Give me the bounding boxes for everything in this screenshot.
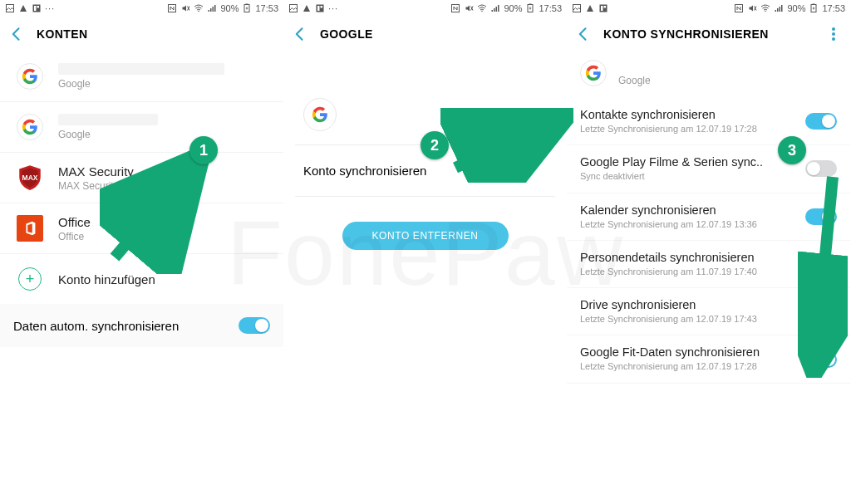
remove-account-button[interactable]: KONTO ENTFERNEN bbox=[342, 222, 509, 250]
sync-item-sub: Letzte Synchronisierung am 12.07.19 13:3… bbox=[580, 218, 799, 230]
phone-screen-3: 90% 17:53 KONTO SYNCHRONISIEREN Google K… bbox=[567, 0, 850, 504]
tutorial-canvas: FonePaw ··· 90% 17:53 KONTEN bbox=[0, 0, 851, 504]
plus-icon: + bbox=[18, 267, 42, 291]
sync-item[interactable]: Google Fit-Daten synchronisierenLetzte S… bbox=[567, 335, 850, 383]
nfc-icon bbox=[450, 3, 460, 13]
flipboard-icon bbox=[315, 3, 325, 13]
google-icon bbox=[17, 114, 43, 140]
account-provider-label: Google bbox=[58, 129, 270, 140]
signal-icon bbox=[774, 3, 784, 13]
svg-rect-25 bbox=[496, 7, 498, 12]
sync-item-sub: Letzte Synchronisierung am 12.07.19 17:2… bbox=[580, 123, 799, 135]
status-bar: ··· 90% 17:53 bbox=[0, 0, 283, 17]
auto-sync-toggle[interactable] bbox=[239, 317, 270, 334]
status-bar: 90% 17:53 bbox=[567, 0, 850, 17]
status-bar: ··· 90% 17:53 bbox=[283, 0, 567, 17]
svg-rect-24 bbox=[494, 8, 495, 12]
title-bar: GOOGLE bbox=[283, 17, 567, 51]
status-left-icons: ··· bbox=[5, 3, 55, 13]
sync-toggle[interactable] bbox=[805, 256, 837, 272]
overflow-menu-icon[interactable] bbox=[825, 26, 842, 42]
shield-icon: MAX bbox=[16, 164, 44, 192]
nfc-icon bbox=[167, 3, 177, 13]
triangle-icon bbox=[302, 3, 312, 13]
svg-rect-38 bbox=[777, 8, 779, 12]
svg-rect-9 bbox=[210, 8, 212, 12]
sync-item[interactable]: Drive synchronisierenLetzte Synchronisie… bbox=[567, 288, 850, 335]
sync-toggle[interactable] bbox=[805, 303, 837, 320]
sync-item-title: Personendetails synchronisieren bbox=[580, 251, 799, 264]
triangle-icon bbox=[585, 3, 595, 13]
office-icon bbox=[17, 215, 43, 242]
google-icon bbox=[303, 98, 337, 131]
svg-rect-39 bbox=[780, 7, 781, 12]
account-row-office[interactable]: Office Office bbox=[0, 203, 283, 253]
svg-rect-11 bbox=[214, 5, 216, 12]
sync-toggle[interactable] bbox=[805, 208, 837, 225]
redacted-email bbox=[58, 114, 158, 125]
triangle-icon bbox=[18, 3, 28, 13]
page-title: KONTEN bbox=[37, 27, 275, 41]
back-icon[interactable] bbox=[575, 26, 592, 42]
account-provider-label: Google bbox=[58, 78, 270, 90]
mute-icon bbox=[747, 3, 757, 13]
mute-icon bbox=[464, 3, 474, 13]
account-header: Google bbox=[567, 51, 850, 98]
redacted-email bbox=[348, 108, 473, 121]
clock-text: 17:53 bbox=[539, 3, 562, 13]
battery-text: 90% bbox=[220, 3, 239, 13]
svg-rect-32 bbox=[604, 6, 607, 8]
svg-rect-37 bbox=[775, 10, 777, 12]
svg-point-22 bbox=[482, 11, 484, 12]
clock-text: 17:53 bbox=[255, 3, 278, 13]
sync-items-list: Kontakte synchronisierenLetzte Synchroni… bbox=[567, 98, 850, 384]
sync-item-title: Kontakte synchronisieren bbox=[580, 108, 799, 121]
annotation-badge-1: 1 bbox=[189, 136, 218, 164]
battery-charging-icon bbox=[242, 3, 252, 13]
image-icon bbox=[288, 3, 298, 13]
svg-rect-13 bbox=[246, 4, 248, 5]
account-row-max-security[interactable]: MAX MAX Security MAX Security bbox=[0, 152, 283, 203]
more-icon: ··· bbox=[328, 3, 338, 13]
sync-item-sub: Letzte Synchronisierung am 12.07.19 17:4… bbox=[580, 313, 799, 325]
sync-item-title: Kalender synchronisieren bbox=[580, 203, 799, 217]
more-icon: ··· bbox=[45, 3, 55, 13]
svg-rect-30 bbox=[600, 5, 608, 12]
flipboard-icon bbox=[32, 3, 42, 13]
auto-sync-label: Daten autom. synchronisieren bbox=[13, 319, 239, 333]
sync-toggle[interactable] bbox=[805, 351, 837, 368]
svg-point-36 bbox=[765, 11, 767, 12]
back-icon[interactable] bbox=[8, 26, 25, 42]
mute-icon bbox=[180, 3, 190, 13]
account-row-google-1[interactable]: Google bbox=[0, 51, 283, 101]
signal-icon bbox=[490, 3, 500, 13]
sync-item[interactable]: Kontakte synchronisierenLetzte Synchroni… bbox=[567, 98, 850, 145]
account-provider-label: Google bbox=[618, 75, 837, 86]
sync-toggle[interactable] bbox=[805, 160, 837, 177]
sync-item[interactable]: Kalender synchronisierenLetzte Synchroni… bbox=[567, 193, 850, 241]
battery-text: 90% bbox=[504, 3, 522, 13]
annotation-badge-2: 2 bbox=[421, 131, 449, 159]
account-provider-label: Office bbox=[58, 231, 270, 242]
sync-toggle[interactable] bbox=[805, 113, 837, 130]
account-row-google-2[interactable]: Google bbox=[0, 101, 283, 152]
auto-sync-row[interactable]: Daten autom. synchronisieren bbox=[0, 304, 283, 347]
svg-rect-2 bbox=[34, 6, 37, 11]
sync-item[interactable]: Personendetails synchronisierenLetzte Sy… bbox=[567, 241, 850, 288]
sync-item[interactable]: Google Play Filme & Serien sync..Sync de… bbox=[567, 145, 850, 193]
svg-rect-18 bbox=[321, 6, 323, 8]
add-account-row[interactable]: + Konto hinzufügen bbox=[0, 253, 283, 304]
svg-rect-8 bbox=[209, 10, 210, 12]
svg-rect-1 bbox=[33, 5, 41, 12]
add-account-label: Konto hinzufügen bbox=[58, 272, 270, 286]
nfc-icon bbox=[734, 3, 744, 13]
wifi-icon bbox=[477, 3, 487, 13]
svg-rect-42 bbox=[813, 4, 815, 5]
back-icon[interactable] bbox=[292, 26, 308, 42]
svg-rect-31 bbox=[601, 6, 603, 11]
phone-screen-1: ··· 90% 17:53 KONTEN bbox=[0, 0, 283, 504]
account-provider-label: MAX Security bbox=[58, 180, 270, 192]
svg-rect-40 bbox=[781, 5, 783, 12]
sync-item-sub: Sync deaktiviert bbox=[580, 170, 799, 182]
svg-point-7 bbox=[199, 11, 200, 12]
